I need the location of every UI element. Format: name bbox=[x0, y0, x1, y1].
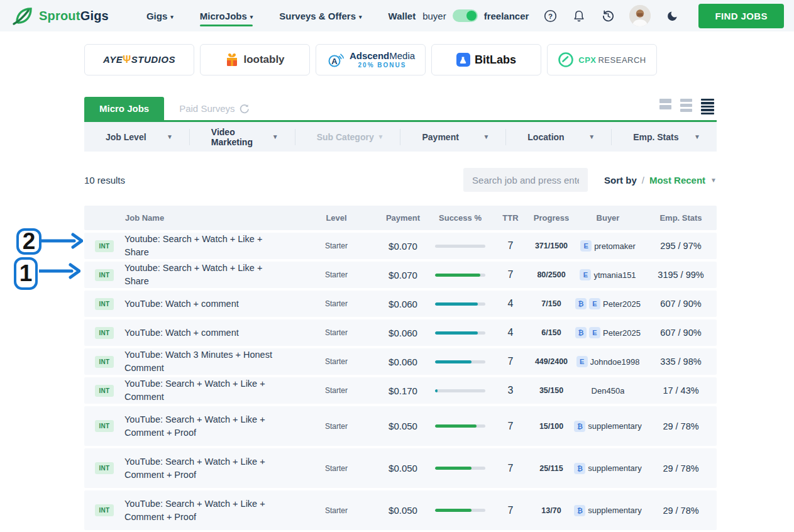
buyer-cell[interactable]: EJohndoe1998 bbox=[571, 356, 645, 367]
buyer-name[interactable]: supplementary bbox=[588, 506, 641, 515]
buyer-name[interactable]: Den450a bbox=[592, 386, 625, 396]
nav-item-microjobs[interactable]: MicroJobs▾ bbox=[200, 2, 253, 30]
notifications-bell-icon[interactable] bbox=[571, 8, 587, 23]
nav-item-gigs[interactable]: Gigs▾ bbox=[146, 2, 174, 30]
filter-sub-category[interactable]: Sub Category▼ bbox=[295, 129, 400, 145]
buyer-cell[interactable]: ₿EPeter2025 bbox=[571, 298, 645, 309]
table-row[interactable]: INTYouTube: Search + Watch + Like + Comm… bbox=[84, 490, 717, 530]
brand-logo[interactable]: SproutGigs bbox=[11, 5, 109, 26]
table-row[interactable]: INTYouTube: Search + Watch + Like + Comm… bbox=[84, 448, 717, 488]
chevron-down-icon: ▼ bbox=[588, 133, 595, 140]
table-row[interactable]: INTYouTube: Watch + commentStarter$0.060… bbox=[84, 291, 717, 317]
filter-category[interactable]: Video Marketing▼ bbox=[189, 129, 295, 145]
buyer-cell[interactable]: Den450a bbox=[571, 386, 645, 396]
table-row[interactable]: INTYouTube: Watch + commentStarter$0.060… bbox=[84, 319, 717, 346]
job-name-link[interactable]: Youtube: Search + Watch + Like + Share bbox=[124, 262, 298, 288]
table-row[interactable]: INTYouTube: Search + Watch + Like + Comm… bbox=[84, 377, 717, 404]
user-avatar[interactable] bbox=[629, 5, 651, 26]
nav-item-surveys-offers[interactable]: Surveys & Offers▾ bbox=[279, 2, 361, 30]
buyer-cell[interactable]: ₿EPeter2025 bbox=[571, 327, 645, 338]
table-row[interactable]: INTYoutube: Search + Watch + Like + Shar… bbox=[84, 262, 717, 288]
view-dense-icon[interactable] bbox=[701, 99, 714, 115]
buyer-cell[interactable]: ₿supplementary bbox=[571, 421, 645, 432]
column-header: TTR bbox=[489, 213, 532, 223]
job-name-link[interactable]: YouTube: Search + Watch + Like + Comment bbox=[124, 377, 298, 404]
partner-bitlabs[interactable]: BitLabs bbox=[431, 44, 541, 75]
buyer-name[interactable]: Peter2025 bbox=[603, 299, 641, 309]
history-icon[interactable] bbox=[600, 8, 615, 23]
refresh-icon bbox=[240, 104, 250, 114]
annotation-arrow-icon bbox=[39, 263, 80, 279]
success-rate-bar bbox=[431, 467, 489, 470]
buyer-name[interactable]: Johndoe1998 bbox=[590, 357, 640, 367]
jobs-tabs: Micro Jobs Paid Surveys bbox=[84, 97, 717, 122]
results-toolbar: 10 results Sort by / Most Recent ▼ bbox=[84, 168, 717, 192]
jobs-table: Job NameLevelPaymentSuccess %TTRProgress… bbox=[84, 206, 717, 530]
table-row[interactable]: INTYoutube: Search + Watch + Like + Shar… bbox=[84, 233, 717, 259]
buyer-name[interactable]: pretomaker bbox=[594, 241, 636, 251]
partner-adscend-media[interactable]: A AdscendMedia 20% BONUS bbox=[316, 44, 426, 75]
filter-job-level[interactable]: Job Level▼ bbox=[84, 129, 189, 145]
help-icon[interactable]: ? bbox=[543, 8, 558, 23]
freelancer-label[interactable]: freelancer bbox=[484, 11, 529, 21]
filter-payment[interactable]: Payment▼ bbox=[400, 129, 505, 145]
buyer-e-badge-icon: E bbox=[576, 356, 588, 367]
success-rate-bar bbox=[431, 331, 489, 335]
tab-micro-jobs[interactable]: Micro Jobs bbox=[84, 97, 164, 120]
column-header: Level bbox=[298, 213, 375, 223]
job-name-link[interactable]: YouTube: Watch + comment bbox=[124, 297, 298, 311]
employer-stats: 29 / 78% bbox=[645, 463, 717, 474]
job-type-cell: INT bbox=[84, 504, 124, 516]
buyer-cell[interactable]: ₿supplementary bbox=[571, 505, 645, 516]
sort-value-dropdown[interactable]: Most Recent bbox=[649, 175, 705, 186]
buyer-btc-badge-icon: ₿ bbox=[574, 463, 585, 474]
tab-paid-surveys[interactable]: Paid Surveys bbox=[164, 97, 264, 120]
partner-ayet-studios[interactable]: AYEΨSTUDIOS bbox=[84, 44, 194, 75]
chevron-down-icon[interactable]: ▼ bbox=[710, 177, 717, 184]
filter-emp-stats[interactable]: Emp. Stats▼ bbox=[611, 129, 717, 145]
job-ttr: 7 bbox=[489, 269, 532, 280]
partner-lootably[interactable]: lootably bbox=[200, 44, 310, 75]
nav-item-wallet[interactable]: Wallet bbox=[389, 2, 416, 30]
employer-stats: 335 / 98% bbox=[645, 357, 717, 367]
dark-mode-moon-icon[interactable] bbox=[664, 8, 680, 23]
table-row[interactable]: INTYouTube: Watch 3 Minutes + Honest Com… bbox=[84, 348, 717, 375]
job-payment: $0.060 bbox=[375, 328, 431, 338]
int-badge: INT bbox=[95, 269, 113, 281]
view-medium-icon[interactable] bbox=[680, 99, 692, 115]
buyer-cell[interactable]: Epretomaker bbox=[571, 240, 645, 252]
filter-location[interactable]: Location▼ bbox=[505, 129, 611, 145]
chevron-down-icon: ▼ bbox=[694, 133, 700, 140]
buyer-e-badge-icon: E bbox=[589, 327, 600, 338]
job-name-link[interactable]: YouTube: Search + Watch + Like + Comment… bbox=[124, 455, 298, 482]
job-ttr: 7 bbox=[489, 505, 532, 516]
employer-stats: 607 / 90% bbox=[645, 328, 717, 338]
job-name-link[interactable]: Youtube: Search + Watch + Like + Share bbox=[124, 233, 298, 259]
buyer-name[interactable]: Peter2025 bbox=[603, 328, 641, 338]
role-toggle-switch[interactable] bbox=[453, 9, 478, 22]
int-badge: INT bbox=[95, 327, 113, 339]
int-badge: INT bbox=[95, 420, 113, 432]
buyer-label[interactable]: buyer bbox=[422, 11, 446, 21]
adscend-media-logo: AdscendMedia 20% BONUS bbox=[350, 51, 415, 69]
job-payment: $0.070 bbox=[375, 270, 431, 280]
partner-cpx-research[interactable]: CPXRESEARCH bbox=[547, 44, 657, 75]
view-compact-icon[interactable] bbox=[659, 99, 671, 115]
search-input[interactable] bbox=[463, 168, 588, 192]
buyer-cell[interactable]: ₿supplementary bbox=[571, 463, 645, 474]
job-name-link[interactable]: YouTube: Search + Watch + Like + Comment… bbox=[124, 497, 298, 524]
buyer-name[interactable]: supplementary bbox=[588, 463, 641, 473]
job-name-link[interactable]: YouTube: Watch 3 Minutes + Honest Commen… bbox=[124, 348, 298, 375]
job-name-link[interactable]: YouTube: Search + Watch + Like + Comment… bbox=[124, 413, 298, 440]
int-badge: INT bbox=[95, 504, 113, 516]
buyer-cell[interactable]: Eytmania151 bbox=[571, 269, 645, 280]
job-progress: 80/2500 bbox=[532, 270, 571, 279]
find-jobs-button[interactable]: FIND JOBS bbox=[698, 4, 784, 28]
column-header: Payment bbox=[375, 213, 431, 223]
table-row[interactable]: INTYouTube: Search + Watch + Like + Comm… bbox=[84, 406, 717, 446]
job-name-link[interactable]: YouTube: Watch + comment bbox=[124, 326, 298, 340]
chevron-down-icon: ▼ bbox=[167, 133, 173, 140]
buyer-name[interactable]: supplementary bbox=[588, 421, 641, 431]
buyer-name[interactable]: ytmania151 bbox=[593, 270, 636, 280]
success-rate-bar bbox=[431, 360, 489, 363]
